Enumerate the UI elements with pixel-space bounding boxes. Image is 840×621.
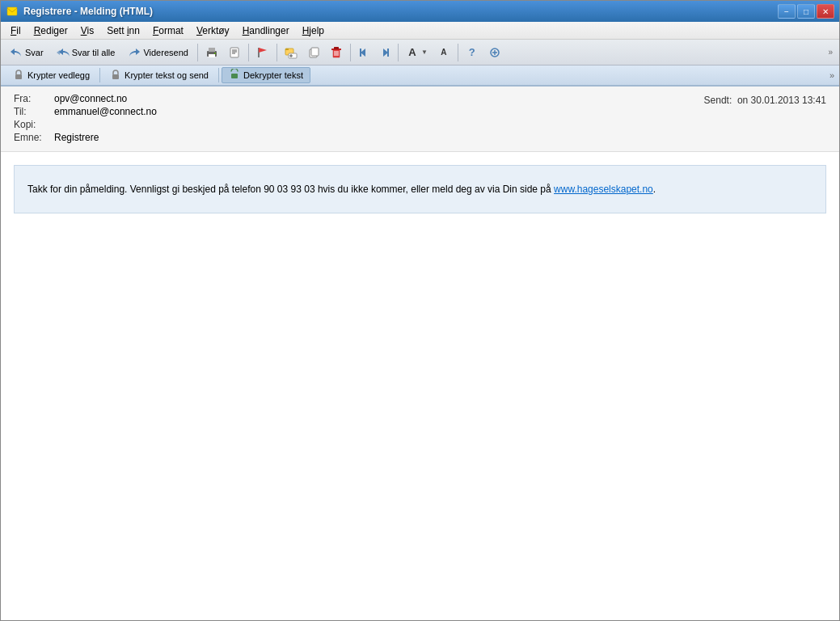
- svg-rect-2: [209, 48, 215, 52]
- lock2-icon: [110, 69, 121, 82]
- copy-button[interactable]: [303, 42, 324, 63]
- email-body-scroll[interactable]: Takk for din påmelding. Vennligst gi bes…: [1, 152, 839, 620]
- svg-rect-5: [230, 48, 238, 57]
- menu-sett-inn[interactable]: Sett inn: [100, 23, 146, 38]
- svg-rect-30: [112, 74, 119, 79]
- enc-bar-end[interactable]: »: [829, 70, 834, 80]
- svar-label: Svar: [25, 48, 44, 57]
- toolbar-sep-4: [350, 44, 351, 61]
- svar-til-alle-button[interactable]: Svar til alle: [51, 42, 121, 63]
- main-window: Registrere - Melding (HTML) − □ ✕ Fil Re…: [0, 0, 840, 621]
- cc-row: Kopi:: [14, 119, 704, 130]
- email-body-text: Takk for din påmelding. Vennligst gi bes…: [27, 182, 813, 196]
- font2-icon: A: [437, 46, 450, 59]
- print2-button[interactable]: [224, 42, 245, 63]
- svg-rect-24: [360, 49, 361, 57]
- forward-icon: [128, 46, 141, 59]
- extra-icon: [488, 46, 501, 59]
- to-row: Til: emmanuel@connect.no: [14, 106, 704, 117]
- email-content-box: Takk for din påmelding. Vennligst gi bes…: [14, 165, 826, 213]
- toolbar-sep-5: [398, 44, 399, 61]
- font-dropdown-icon: ▼: [421, 49, 428, 56]
- subject-row: Emne: Registrere: [14, 132, 704, 143]
- svg-rect-29: [15, 74, 22, 79]
- move-button[interactable]: [281, 42, 302, 63]
- toolbar: Svar Svar til alle Videresend: [1, 40, 839, 65]
- menu-rediger[interactable]: Rediger: [27, 23, 74, 38]
- krypter-vedlegg-button[interactable]: Krypter vedlegg: [6, 67, 97, 83]
- flag-button[interactable]: [252, 42, 273, 63]
- svg-rect-20: [334, 47, 339, 49]
- prev-icon: [357, 46, 370, 59]
- move-icon: [285, 46, 298, 59]
- svg-point-4: [214, 53, 216, 54]
- enc-sep-1: [99, 68, 100, 82]
- videresend-button[interactable]: Videresend: [122, 42, 193, 63]
- copy-icon: [307, 46, 320, 59]
- delete-icon: [330, 46, 343, 59]
- next-icon: [378, 46, 391, 59]
- print2-icon: [228, 46, 241, 59]
- font-button[interactable]: A ▼: [402, 42, 432, 63]
- menu-bar: Fil Rediger Vis Sett inn Format Verktøy …: [1, 22, 839, 40]
- next-button[interactable]: [375, 42, 395, 63]
- toolbar-sep-2: [248, 44, 249, 61]
- toolbar-sep-1: [197, 44, 198, 61]
- lock-icon: [13, 69, 24, 82]
- menu-handlinger[interactable]: Handlinger: [236, 23, 296, 38]
- svg-rect-17: [311, 48, 319, 56]
- svg-rect-12: [285, 49, 289, 50]
- menu-hjelp[interactable]: Hjelp: [296, 23, 331, 38]
- toolbar-end-icon: »: [828, 48, 833, 57]
- help-button[interactable]: ?: [462, 42, 483, 63]
- svg-rect-25: [387, 49, 389, 57]
- print-icon: [205, 46, 218, 59]
- window-icon: [6, 5, 19, 18]
- restore-button[interactable]: □: [797, 4, 815, 19]
- extra-button[interactable]: [484, 42, 505, 63]
- header-sent-row: Fra: opv@connect.no Til: emmanuel@connec…: [14, 93, 826, 145]
- dekrypter-tekst-label: Dekrypter tekst: [243, 70, 303, 80]
- title-bar: Registrere - Melding (HTML) − □ ✕: [1, 1, 839, 22]
- email-link[interactable]: www.hageselskapet.no: [554, 184, 653, 195]
- toolbar-end-button[interactable]: »: [825, 42, 836, 63]
- svg-rect-31: [231, 74, 238, 78]
- subject-value: Registrere: [54, 132, 704, 143]
- reply-all-icon: [57, 46, 70, 59]
- email-header: Fra: opv@connect.no Til: emmanuel@connec…: [1, 87, 839, 152]
- help-icon: ?: [466, 46, 479, 59]
- menu-format[interactable]: Format: [146, 23, 190, 38]
- svar-til-alle-label: Svar til alle: [72, 48, 116, 57]
- enc-sep-2: [218, 68, 219, 82]
- subject-label: Emne:: [14, 132, 54, 143]
- prev-button[interactable]: [354, 42, 374, 63]
- from-row: Fra: opv@connect.no: [14, 93, 704, 104]
- menu-verktoy[interactable]: Verktøy: [190, 23, 236, 38]
- to-value: emmanuel@connect.no: [54, 106, 704, 117]
- menu-vis[interactable]: Vis: [74, 23, 100, 38]
- svar-button[interactable]: Svar: [4, 42, 49, 63]
- email-body-container: Takk for din påmelding. Vennligst gi bes…: [1, 152, 839, 620]
- svg-rect-0: [7, 7, 17, 15]
- sent-area: Sendt: on 30.01.2013 13:41: [704, 93, 826, 106]
- encryption-bar: Krypter vedlegg Krypter tekst og send De…: [1, 65, 839, 87]
- dekrypter-tekst-button[interactable]: Dekrypter tekst: [222, 67, 310, 83]
- close-button[interactable]: ✕: [817, 4, 834, 19]
- from-label: Fra:: [14, 93, 54, 104]
- krypter-tekst-label: Krypter tekst og send: [125, 70, 209, 80]
- toolbar-sep-6: [458, 44, 458, 61]
- window-controls: − □ ✕: [778, 4, 834, 19]
- font2-button[interactable]: A: [433, 42, 454, 63]
- window-title: Registrere - Melding (HTML): [23, 6, 778, 17]
- from-value: opv@connect.no: [54, 93, 704, 104]
- krypter-tekst-button[interactable]: Krypter tekst og send: [103, 67, 216, 83]
- minimize-button[interactable]: −: [778, 4, 796, 19]
- menu-fil[interactable]: Fil: [4, 23, 27, 38]
- font-icon: A: [406, 46, 419, 59]
- delete-button[interactable]: [326, 42, 347, 63]
- print-button[interactable]: [201, 42, 222, 63]
- svg-rect-3: [209, 54, 215, 57]
- videresend-label: Videresend: [143, 48, 188, 57]
- to-label: Til:: [14, 106, 54, 117]
- unlock-icon: [229, 69, 240, 82]
